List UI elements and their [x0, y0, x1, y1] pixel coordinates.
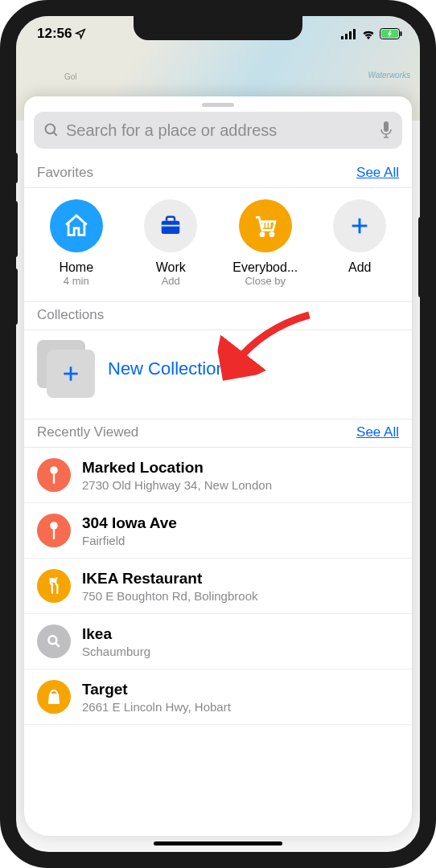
- svg-point-25: [50, 522, 58, 530]
- svg-rect-0: [341, 36, 343, 39]
- pin-icon: [37, 458, 71, 492]
- search-result-icon: [37, 624, 71, 658]
- battery-icon: [380, 28, 402, 39]
- home-indicator[interactable]: [154, 841, 282, 845]
- svg-rect-6: [401, 31, 402, 36]
- pin-icon: [37, 514, 71, 547]
- recent-item-ikea-restaurant[interactable]: IKEA Restaurant 750 E Boughton Rd, Bolin…: [24, 559, 412, 614]
- recent-item-marked-location[interactable]: Marked Location 2730 Old Highway 34, New…: [24, 448, 412, 503]
- status-time: 12:56: [37, 26, 72, 42]
- favorites-title: Favorites: [37, 165, 93, 181]
- svg-line-8: [54, 133, 57, 136]
- device-notch: [134, 16, 302, 40]
- svg-point-15: [270, 233, 274, 236]
- favorite-home[interactable]: Home 4 min: [32, 199, 121, 287]
- recent-item-target[interactable]: Target 2661 E Lincoln Hwy, Hobart: [24, 669, 412, 725]
- cell-signal-icon: [341, 29, 357, 39]
- recent-item-304-iowa[interactable]: 304 Iowa Ave Fairfield: [24, 503, 412, 559]
- fork-icon: [37, 569, 71, 603]
- briefcase-icon: [144, 199, 197, 252]
- favorites-header: Favorites See All: [24, 160, 412, 188]
- recent-see-all[interactable]: See All: [356, 424, 399, 440]
- search-input[interactable]: Search for a place or address: [34, 112, 402, 149]
- search-sheet: Search for a place or address Favorites …: [24, 96, 412, 836]
- map-label: Gol: [64, 72, 77, 81]
- svg-point-7: [46, 125, 56, 134]
- svg-point-14: [261, 233, 264, 236]
- svg-rect-1: [345, 34, 348, 39]
- collections-title: Collections: [37, 307, 104, 323]
- svg-line-28: [56, 643, 60, 647]
- svg-rect-3: [353, 29, 356, 39]
- plus-icon: [333, 199, 386, 252]
- sheet-grabber[interactable]: [202, 103, 234, 107]
- svg-rect-2: [349, 31, 352, 39]
- svg-rect-13: [162, 225, 180, 227]
- favorite-add[interactable]: Add: [315, 199, 404, 287]
- wifi-icon: [361, 29, 376, 39]
- cart-icon: [239, 199, 292, 252]
- favorite-work[interactable]: Work Add: [126, 199, 215, 287]
- home-icon: [50, 199, 103, 252]
- search-placeholder: Search for a place or address: [66, 121, 373, 140]
- svg-point-23: [50, 466, 58, 474]
- recent-title: Recently Viewed: [37, 424, 138, 440]
- microphone-icon[interactable]: [380, 121, 393, 139]
- svg-rect-12: [162, 221, 180, 234]
- new-collection-button[interactable]: New Collection…: [24, 330, 412, 420]
- svg-rect-9: [384, 121, 389, 132]
- favorites-see-all[interactable]: See All: [356, 165, 399, 181]
- recent-header: Recently Viewed See All: [24, 420, 412, 448]
- bag-icon: [37, 680, 71, 714]
- favorite-everybody[interactable]: Everybod... Close by: [221, 199, 310, 287]
- map-label: Waterworks: [368, 71, 410, 80]
- recent-item-ikea[interactable]: Ikea Schaumburg: [24, 614, 412, 669]
- svg-point-27: [48, 636, 56, 644]
- favorites-row: Home 4 min Work Add Everybod... Close by: [24, 188, 412, 302]
- location-arrow-icon: [75, 28, 86, 39]
- collection-stack-icon: [37, 340, 95, 398]
- search-icon: [43, 122, 60, 138]
